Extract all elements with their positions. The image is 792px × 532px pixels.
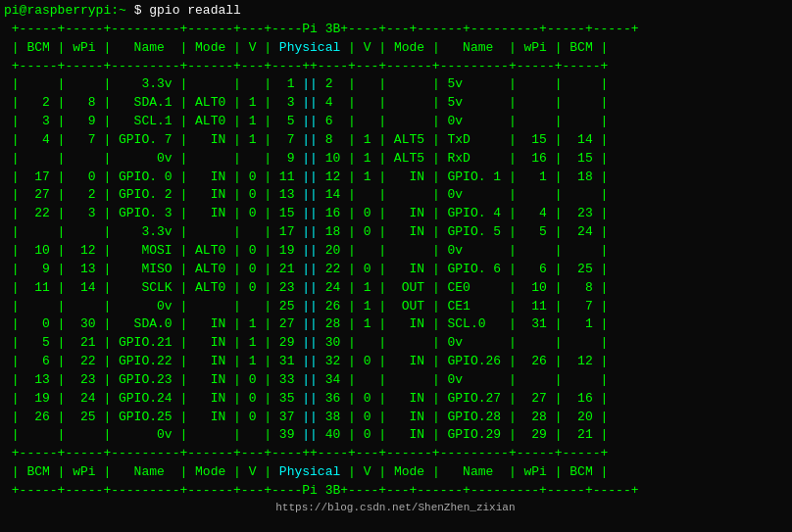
terminal-line-23: | | | 0v | | | 39 || 40 | 0 | IN | GPIO.…	[0, 426, 792, 445]
terminal-line-6: | 3 | 9 | SCL.1 | ALT0 | 1 | 5 || 6 | | …	[0, 113, 792, 131]
terminal-line-1: +-----+-----+---------+------+---+----Pi…	[0, 21, 792, 39]
terminal-line-14: | 9 | 13 | MISO | ALT0 | 0 | 21 || 22 | …	[0, 261, 792, 279]
terminal-line-5: | 2 | 8 | SDA.1 | ALT0 | 1 | 3 || 4 | | …	[0, 94, 792, 113]
terminal-line-21: | 19 | 24 | GPIO.24 | IN | 0 | 35 || 36 …	[0, 390, 792, 409]
terminal-line-19: | 6 | 22 | GPIO.22 | IN | 1 | 31 || 32 |…	[0, 353, 792, 371]
terminal-line-8: | | | 0v | | | 9 || 10 | 1 | ALT5 | RxD …	[0, 150, 792, 169]
terminal-line-25: | BCM | wPi | Name | Mode | V | Physical…	[0, 463, 792, 482]
terminal-window: pi@raspberrypi:~ $ gpio readall +-----+-…	[0, 0, 792, 532]
terminal-line-12: | | | 3.3v | | | 17 || 18 | 0 | IN | GPI…	[0, 223, 792, 242]
terminal-line-24: +-----+-----+---------+------+---+----++…	[0, 445, 792, 463]
terminal-line-4: | | | 3.3v | | | 1 || 2 | | | 5v | | |	[0, 75, 792, 94]
terminal-line-15: | 11 | 14 | SCLK | ALT0 | 0 | 23 || 24 |…	[0, 279, 792, 298]
terminal-line-27: https://blog.csdn.net/ShenZhen_zixian	[0, 501, 792, 516]
terminal-line-20: | 13 | 23 | GPIO.23 | IN | 0 | 33 || 34 …	[0, 371, 792, 390]
terminal-line-2: | BCM | wPi | Name | Mode | V | Physical…	[0, 39, 792, 58]
terminal-line-22: | 26 | 25 | GPIO.25 | IN | 0 | 37 || 38 …	[0, 409, 792, 427]
terminal-line-3: +-----+-----+---------+------+---+----++…	[0, 58, 792, 76]
terminal-line-11: | 22 | 3 | GPIO. 3 | IN | 0 | 15 || 16 |…	[0, 205, 792, 223]
terminal-line-16: | | | 0v | | | 25 || 26 | 1 | OUT | CE1 …	[0, 298, 792, 316]
terminal-line-13: | 10 | 12 | MOSI | ALT0 | 0 | 19 || 20 |…	[0, 242, 792, 261]
terminal-line-10: | 27 | 2 | GPIO. 2 | IN | 0 | 13 || 14 |…	[0, 186, 792, 205]
terminal-line-26: +-----+-----+---------+------+---+----Pi…	[0, 482, 792, 501]
terminal-line-7: | 4 | 7 | GPIO. 7 | IN | 1 | 7 || 8 | 1 …	[0, 131, 792, 150]
terminal-line-0: pi@raspberrypi:~ $ gpio readall	[0, 2, 792, 21]
terminal-line-9: | 17 | 0 | GPIO. 0 | IN | 0 | 11 || 12 |…	[0, 169, 792, 187]
terminal-line-17: | 0 | 30 | SDA.0 | IN | 1 | 27 || 28 | 1…	[0, 315, 792, 334]
terminal-line-18: | 5 | 21 | GPIO.21 | IN | 1 | 29 || 30 |…	[0, 334, 792, 353]
